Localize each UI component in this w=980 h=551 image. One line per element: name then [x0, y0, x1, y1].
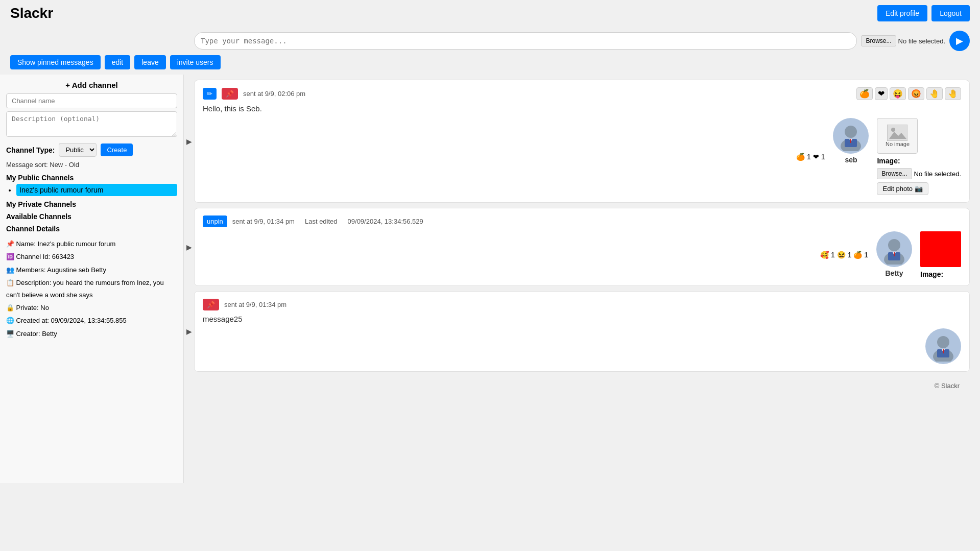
message-content-3: message25 [203, 315, 961, 323]
message-card-3: ▶ 📌 sent at 9/9, 01:34 pm message25 [194, 291, 970, 372]
image-label-1: Image: [877, 157, 900, 165]
message-right-1: 🍊 1 ❤ 1 seb [203, 118, 961, 195]
image-section-2: Image: [920, 231, 961, 278]
channel-description-input[interactable] [6, 111, 177, 137]
svg-rect-11 [894, 252, 895, 256]
channel-details: 📌 Name: Inez's public rumour forum 🆔 Cha… [6, 238, 177, 340]
message-sort: Message sort: New - Old [6, 161, 177, 169]
avatar-section-3 [925, 328, 961, 364]
edit-message-1-button[interactable]: ✏ [203, 88, 217, 100]
pin-icon-3: 📌 [207, 301, 215, 308]
sidebar: + Add channel Channel Type: Public Creat… [0, 75, 184, 483]
avatar-betty-svg [879, 234, 910, 265]
pin-message-1-button[interactable]: 📌 [222, 88, 238, 100]
image-file-label-1: No file selected. [914, 170, 962, 178]
footer-text: © Slackr [935, 382, 960, 390]
pencil-icon: ✏ [207, 90, 212, 98]
reaction-btn-angry[interactable]: 😡 [908, 87, 924, 100]
header-buttons: Edit profile Logout [877, 5, 970, 21]
detail-channel-id: 🆔 Channel Id: 663423 [6, 251, 177, 262]
channel-type-row: Channel Type: Public Create [6, 143, 177, 157]
svg-rect-16 [943, 349, 944, 353]
image-section-1: No image Image: Browse... No file select… [877, 118, 961, 195]
red-image-2 [920, 231, 961, 267]
pin-icon: 📌 [226, 90, 234, 98]
pin-message-3-button[interactable]: 📌 [203, 299, 219, 310]
invite-users-button[interactable]: invite users [170, 55, 221, 69]
edit-profile-button[interactable]: Edit profile [877, 5, 927, 21]
message-right-2: 🥰 1 😆 1 🍊 1 Betty [203, 231, 961, 278]
message-card: ▶ ✏ 📌 sent at 9/9, 02:06 pm 🍊 ❤ 😝 😡 🤚 🤚 [194, 80, 970, 203]
image-browse-button-1[interactable]: Browse... [877, 168, 912, 179]
reaction-btn-heart[interactable]: ❤ [875, 87, 888, 100]
avatar-betty [876, 231, 912, 267]
detail-private: 🔒 Private: No [6, 302, 177, 314]
leave-channel-button[interactable]: leave [134, 55, 165, 69]
sent-time-1: sent at 9/9, 02:06 pm [243, 90, 305, 98]
svg-rect-4 [850, 139, 851, 143]
message-content-1: Hello, this is Seb. [203, 104, 961, 113]
detail-description: 📋 Description: you heard the rumours fro… [6, 277, 177, 301]
reaction-btn-hand1[interactable]: 🤚 [926, 87, 943, 100]
svg-point-0 [845, 126, 857, 138]
available-channels-title: Available Channels [6, 212, 177, 221]
avatar-seb [833, 118, 869, 154]
send-button[interactable]: ▶ [949, 31, 970, 51]
detail-creator: 🖥️ Creator: Betty [6, 328, 177, 340]
send-icon: ▶ [956, 35, 963, 46]
message-header-3: 📌 sent at 9/9, 01:34 pm [203, 299, 961, 310]
avatar-3-svg [928, 331, 959, 362]
file-input-area: Browse... No file selected. [861, 35, 945, 46]
svg-point-12 [937, 336, 949, 348]
file-label: No file selected. [898, 37, 946, 45]
expand-arrow-3[interactable]: ▶ [186, 327, 192, 336]
my-private-channels-title: My Private Channels [6, 200, 177, 208]
svg-point-7 [888, 239, 900, 251]
edit-channel-button[interactable]: edit [105, 55, 131, 69]
avatar-3 [925, 328, 961, 364]
message-header-2: unpin sent at 9/9, 01:34 pm Last edited … [203, 215, 961, 227]
channel-actions: Show pinned messages edit leave invite u… [0, 55, 980, 75]
browse-file-1: Browse... No file selected. [877, 168, 961, 179]
main-layout: + Add channel Channel Type: Public Creat… [0, 75, 980, 483]
expand-arrow-2[interactable]: ▶ [186, 243, 192, 251]
unpin-message-2-button[interactable]: unpin [203, 215, 227, 227]
svg-point-6 [891, 128, 895, 132]
reaction-counts-2: 🥰 1 😆 1 🍊 1 [820, 251, 868, 259]
channel-name-input[interactable] [6, 93, 177, 108]
reaction-btn-hand2[interactable]: 🤚 [945, 87, 961, 100]
expand-arrow-1[interactable]: ▶ [186, 137, 192, 146]
message-reactions-1: 🍊 ❤ 😝 😡 🤚 🤚 [856, 87, 961, 100]
footer: © Slackr [194, 377, 970, 395]
last-edited-label-2: Last edited [305, 218, 338, 225]
message-input[interactable] [194, 32, 857, 50]
message-card-2: ▶ unpin sent at 9/9, 01:34 pm Last edite… [194, 208, 970, 286]
detail-members: 👥 Members: Augustine seb Betty [6, 264, 177, 276]
channel-details-title: Channel Details [6, 225, 177, 233]
channel-list-item[interactable]: Inez's public rumour forum [16, 184, 177, 196]
username-seb: seb [845, 156, 857, 164]
public-channel-list: Inez's public rumour forum [6, 184, 177, 196]
edit-photo-button-1[interactable]: Edit photo 📷 [877, 182, 928, 195]
channel-type-select[interactable]: Public [59, 143, 97, 157]
channel-type-label: Channel Type: [6, 146, 55, 154]
image-placeholder-1: No image [877, 118, 918, 154]
reaction-btn-orange[interactable]: 🍊 [856, 87, 873, 100]
detail-name: 📌 Name: Inez's public rumour forum [6, 238, 177, 250]
sent-time-3: sent at 9/9, 01:34 pm [224, 301, 286, 308]
message-bar: Browse... No file selected. ▶ [0, 27, 980, 55]
detail-created-at: 🌐 Created at: 09/09/2024, 13:34:55.855 [6, 315, 177, 326]
avatar-section-betty: Betty [876, 231, 912, 277]
show-pinned-button[interactable]: Show pinned messages [10, 55, 101, 69]
header: Slackr Edit profile Logout [0, 0, 980, 27]
logout-button[interactable]: Logout [931, 5, 970, 21]
create-channel-button[interactable]: Create [101, 143, 133, 156]
sent-time-2: sent at 9/9, 01:34 pm [232, 218, 295, 225]
username-betty: Betty [885, 269, 903, 277]
image-label-2: Image: [920, 270, 943, 278]
reaction-btn-tongue[interactable]: 😝 [890, 87, 906, 100]
add-channel-title: + Add channel [6, 81, 177, 89]
avatar-seb-svg [835, 121, 866, 151]
image-placeholder-icon [887, 125, 907, 141]
browse-button[interactable]: Browse... [861, 35, 896, 46]
